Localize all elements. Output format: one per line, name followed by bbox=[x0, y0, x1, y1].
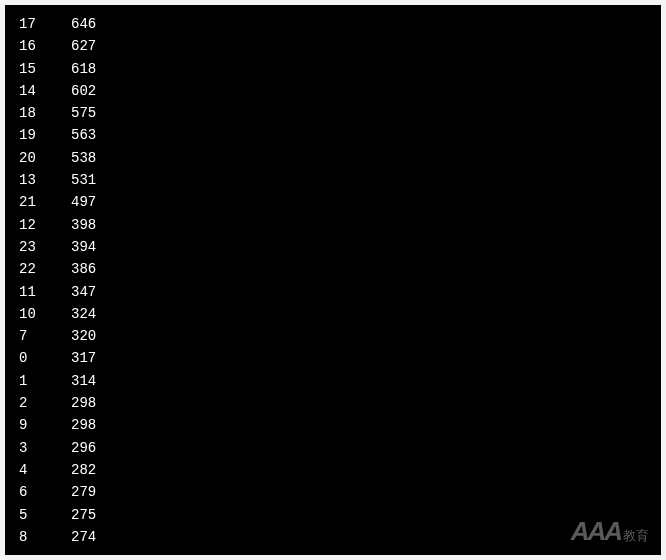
row-col2: 296 bbox=[71, 437, 96, 459]
row-col1: 22 bbox=[19, 258, 71, 280]
row-col2: 320 bbox=[71, 325, 96, 347]
row-col1: 8 bbox=[19, 526, 71, 548]
row-col1: 14 bbox=[19, 80, 71, 102]
row-col1: 17 bbox=[19, 13, 71, 35]
row-col1: 4 bbox=[19, 459, 71, 481]
row-col2: 298 bbox=[71, 414, 96, 436]
row-col2: 618 bbox=[71, 58, 96, 80]
output-row: 22386 bbox=[19, 258, 647, 280]
output-row: 17646 bbox=[19, 13, 647, 35]
row-col2: 386 bbox=[71, 258, 96, 280]
output-row: 13531 bbox=[19, 169, 647, 191]
output-row: 14602 bbox=[19, 80, 647, 102]
row-col2: 497 bbox=[71, 191, 96, 213]
output-row: 11347 bbox=[19, 281, 647, 303]
output-rows: 1764616627156181460218575195632053813531… bbox=[19, 13, 647, 548]
row-col2: 298 bbox=[71, 392, 96, 414]
output-row: 0317 bbox=[19, 347, 647, 369]
row-col2: 563 bbox=[71, 124, 96, 146]
row-col2: 282 bbox=[71, 459, 96, 481]
row-col2: 279 bbox=[71, 481, 96, 503]
row-col1: 11 bbox=[19, 281, 71, 303]
output-row: 5275 bbox=[19, 504, 647, 526]
output-row: 7320 bbox=[19, 325, 647, 347]
row-col2: 627 bbox=[71, 35, 96, 57]
output-row: 9298 bbox=[19, 414, 647, 436]
row-col1: 21 bbox=[19, 191, 71, 213]
output-row: 4282 bbox=[19, 459, 647, 481]
row-col1: 12 bbox=[19, 214, 71, 236]
row-col2: 575 bbox=[71, 102, 96, 124]
terminal-output: 1764616627156181460218575195632053813531… bbox=[5, 5, 661, 555]
row-col1: 0 bbox=[19, 347, 71, 369]
output-row: 1314 bbox=[19, 370, 647, 392]
row-col1: 23 bbox=[19, 236, 71, 258]
output-row: 18575 bbox=[19, 102, 647, 124]
row-col1: 5 bbox=[19, 504, 71, 526]
row-col1: 16 bbox=[19, 35, 71, 57]
row-col1: 9 bbox=[19, 414, 71, 436]
row-col2: 274 bbox=[71, 526, 96, 548]
row-col1: 1 bbox=[19, 370, 71, 392]
row-col2: 398 bbox=[71, 214, 96, 236]
row-col2: 275 bbox=[71, 504, 96, 526]
row-col2: 531 bbox=[71, 169, 96, 191]
row-col1: 20 bbox=[19, 147, 71, 169]
row-col2: 347 bbox=[71, 281, 96, 303]
output-row: 15618 bbox=[19, 58, 647, 80]
output-row: 10324 bbox=[19, 303, 647, 325]
output-row: 21497 bbox=[19, 191, 647, 213]
output-row: 20538 bbox=[19, 147, 647, 169]
output-row: 8274 bbox=[19, 526, 647, 548]
output-row: 12398 bbox=[19, 214, 647, 236]
output-row: 3296 bbox=[19, 437, 647, 459]
row-col2: 317 bbox=[71, 347, 96, 369]
row-col1: 19 bbox=[19, 124, 71, 146]
row-col1: 2 bbox=[19, 392, 71, 414]
row-col1: 3 bbox=[19, 437, 71, 459]
row-col1: 7 bbox=[19, 325, 71, 347]
row-col2: 314 bbox=[71, 370, 96, 392]
row-col1: 18 bbox=[19, 102, 71, 124]
row-col1: 6 bbox=[19, 481, 71, 503]
row-col1: 10 bbox=[19, 303, 71, 325]
output-row: 6279 bbox=[19, 481, 647, 503]
output-row: 23394 bbox=[19, 236, 647, 258]
row-col2: 394 bbox=[71, 236, 96, 258]
row-col2: 538 bbox=[71, 147, 96, 169]
output-row: 19563 bbox=[19, 124, 647, 146]
output-row: 2298 bbox=[19, 392, 647, 414]
row-col1: 15 bbox=[19, 58, 71, 80]
row-col2: 646 bbox=[71, 13, 96, 35]
output-row: 16627 bbox=[19, 35, 647, 57]
row-col2: 324 bbox=[71, 303, 96, 325]
row-col1: 13 bbox=[19, 169, 71, 191]
row-col2: 602 bbox=[71, 80, 96, 102]
